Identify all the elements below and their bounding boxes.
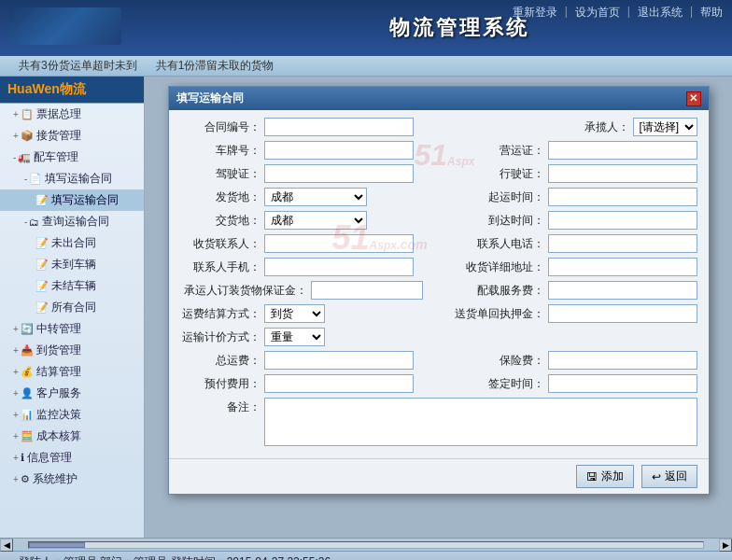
sidebar-item-cost[interactable]: + 🧮 成本核算: [0, 426, 144, 447]
expand-icon-arrival: +: [13, 345, 19, 356]
notice-bar: 共有3份货运单超时未到 共有1份滞留未取的货物: [0, 56, 732, 77]
query-icon: 🗂: [29, 217, 39, 228]
sidebar-label-monitor: 监控决策: [36, 407, 81, 423]
remarks-label: 备注：: [180, 398, 264, 415]
back-icon: ↩: [652, 470, 661, 483]
sidebar-item-tickets[interactable]: + 📋 票据总理: [0, 104, 144, 125]
plate-no-input[interactable]: [264, 141, 414, 160]
sidebar-item-vehicle[interactable]: - 🚛 配车管理: [0, 147, 144, 168]
top-bar: 物流管理系统 重新登录 | 设为首页 | 退出系统 | 帮助: [0, 0, 732, 56]
write-contract-icon: 📄: [29, 173, 42, 185]
plate-no-label: 车牌号：: [180, 143, 264, 159]
tickets-icon: 📋: [21, 108, 34, 120]
travel-permit-input[interactable]: [548, 164, 697, 183]
expand-icon-cost: +: [13, 431, 19, 441]
delivery-address-label: 收货详细地址：: [464, 259, 548, 275]
arrival-time-input[interactable]: [548, 211, 697, 230]
modal-dialog: 填写运输合同 ✕ 51Aspx 合同编号： 承揽人：: [168, 86, 710, 495]
contact-phone-label: 联系人电话：: [464, 236, 548, 252]
departure-select[interactable]: 成都 北京 上海: [264, 188, 367, 206]
vpending-icon: 📝: [35, 259, 49, 271]
sidebar-label-cost: 成本核算: [36, 428, 81, 444]
receiving-icon: 📦: [21, 130, 34, 142]
contract-no-label: 合同编号：: [180, 119, 264, 135]
contact-label: 收货联系人：: [180, 236, 264, 252]
sidebar-item-all-contracts[interactable]: 📝 所有合同: [0, 297, 144, 318]
sidebar-item-info[interactable]: + ℹ 信息管理: [0, 447, 144, 469]
sidebar-label-receiving: 接货管理: [36, 128, 81, 144]
total-freight-input[interactable]: [264, 351, 414, 370]
nav-homepage[interactable]: 设为首页: [575, 5, 620, 21]
deposit-input[interactable]: [311, 281, 423, 300]
sidebar-label-query: 查询运输合同: [42, 214, 109, 230]
monitor-icon: 📊: [21, 409, 34, 421]
sidebar-item-fill-contract[interactable]: 📝 填写运输合同: [0, 189, 144, 211]
nav-logout[interactable]: 退出系统: [638, 5, 683, 21]
sidebar-label-system: 系统维护: [33, 471, 77, 487]
sidebar-label-write-contract: 填写运输合同: [45, 171, 112, 187]
departure-time-input[interactable]: [548, 188, 697, 206]
modal-footer: 🖫 添加 ↩ 返回: [169, 458, 709, 494]
sidebar-label-customer: 客户服务: [36, 385, 81, 401]
transport-cert-input[interactable]: [548, 141, 697, 160]
vehicle-icon: 🚛: [18, 151, 31, 163]
modal-close-button[interactable]: ✕: [686, 91, 701, 106]
form-row-7: 联系人手机： 收货详细地址：: [180, 258, 697, 276]
dispatch-fee-input[interactable]: [548, 281, 697, 300]
freight-calc-select[interactable]: 到货 预付 回单: [264, 304, 325, 323]
transit-icon: 🔄: [21, 323, 34, 335]
prepaid-label: 预付费用：: [180, 376, 264, 392]
sidebar-item-unsettled[interactable]: 📝 未结车辆: [0, 275, 144, 297]
sidebar-item-query-contract[interactable]: - 🗂 查询运输合同: [0, 211, 144, 232]
departure-label: 发货地：: [180, 189, 264, 205]
sidebar-item-unpublished[interactable]: 📝 未出合同: [0, 232, 144, 254]
sign-time-input[interactable]: [548, 374, 697, 393]
destination-select[interactable]: 成都 北京 上海: [264, 211, 367, 230]
sidebar-label-settlement: 结算管理: [36, 364, 81, 380]
scroll-left-btn[interactable]: ◀: [0, 539, 13, 552]
add-label: 添加: [601, 469, 624, 484]
prepaid-input[interactable]: [264, 374, 414, 393]
unpublished-icon: 📝: [35, 237, 49, 249]
expand-icon-vehicle: -: [13, 152, 16, 162]
scroll-right-btn[interactable]: ▶: [719, 539, 732, 552]
contact-mobile-input[interactable]: [264, 258, 414, 276]
sidebar-label-arrival: 到货管理: [36, 343, 81, 358]
nav-help[interactable]: 帮助: [700, 5, 723, 21]
add-button[interactable]: 🖫 添加: [576, 465, 634, 488]
expand-icon-tickets: +: [13, 109, 19, 119]
sidebar-item-receiving[interactable]: + 📦 接货管理: [0, 125, 144, 147]
sidebar-item-write-contract[interactable]: - 📄 填写运输合同: [0, 168, 144, 189]
sidebar-item-arrival[interactable]: + 📥 到货管理: [0, 340, 144, 361]
add-icon: 🖫: [586, 470, 598, 483]
contract-no-input[interactable]: [264, 118, 414, 136]
modal-body: 合同编号： 承揽人： [请选择] 车牌号： 营运证：: [169, 110, 709, 458]
dispatch-fee-label: 配载服务费：: [464, 283, 548, 299]
insurance-input[interactable]: [548, 351, 697, 370]
nav-relogin[interactable]: 重新登录: [513, 5, 557, 21]
main-area: HuaWen物流 + 📋 票据总理 + 📦 接货管理 - 🚛 配车管理 - 📄 …: [0, 77, 732, 538]
remarks-textarea[interactable]: [264, 398, 697, 446]
expand-icon-info: +: [13, 453, 19, 463]
return-deposit-input[interactable]: [548, 304, 697, 323]
sidebar-label-unsettled: 未结车辆: [51, 278, 96, 294]
scroll-thumb[interactable]: [29, 542, 85, 548]
sidebar-item-vehicle-pending[interactable]: 📝 未到车辆: [0, 254, 144, 275]
sidebar-logo: HuaWen物流: [0, 77, 144, 104]
driving-license-input[interactable]: [264, 164, 414, 183]
consignee-label: 承揽人：: [549, 119, 633, 135]
contact-input[interactable]: [264, 234, 414, 253]
back-label: 返回: [665, 469, 687, 484]
back-button[interactable]: ↩ 返回: [641, 465, 697, 488]
form-row-9: 运费结算方式： 到货 预付 回单 送货单回执押金：: [180, 304, 697, 323]
sidebar-item-customer[interactable]: + 👤 客户服务: [0, 383, 144, 404]
consignee-select[interactable]: [请选择]: [633, 118, 697, 136]
delivery-address-input[interactable]: [548, 258, 697, 276]
freight-price-select[interactable]: 重量 体积 件数: [264, 328, 325, 346]
form-row-3: 驾驶证： 行驶证：: [180, 164, 697, 183]
contact-phone-input[interactable]: [548, 234, 697, 253]
sidebar-item-transit[interactable]: + 🔄 中转管理: [0, 318, 144, 340]
sidebar-item-settlement[interactable]: + 💰 结算管理: [0, 361, 144, 383]
sidebar-item-monitor[interactable]: + 📊 监控决策: [0, 404, 144, 426]
sidebar-item-system[interactable]: + ⚙ 系统维护: [0, 469, 144, 490]
